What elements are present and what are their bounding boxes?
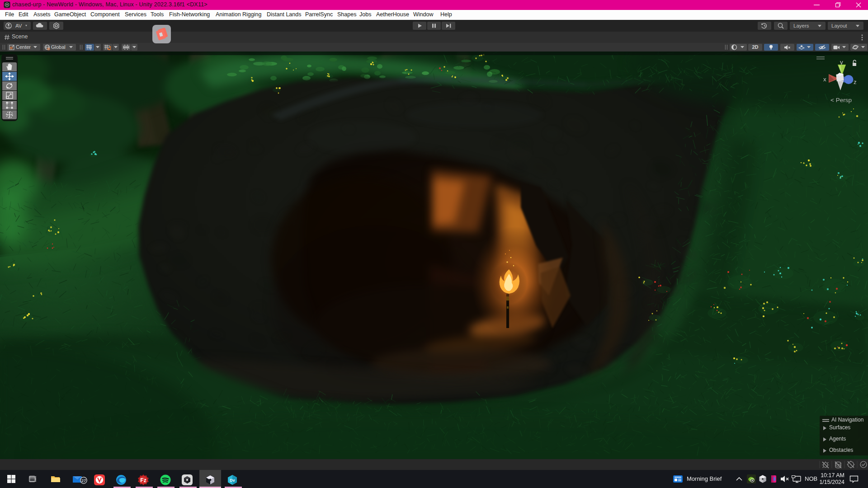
svg-text:Dv: Dv [230, 478, 235, 483]
svg-text:Y: Y [90, 47, 92, 51]
svg-text:< Persp: < Persp [830, 97, 852, 103]
svg-text:x: x [823, 76, 826, 83]
svg-text:y: y [840, 59, 843, 66]
svg-text:AV: AV [15, 23, 22, 28]
svg-text:27: 27 [81, 478, 86, 483]
svg-text:z: z [854, 79, 857, 85]
svg-text:Fz: Fz [140, 477, 146, 483]
